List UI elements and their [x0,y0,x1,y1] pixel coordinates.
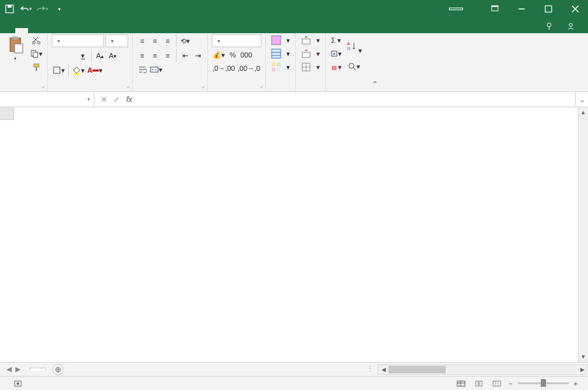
macro-record-icon[interactable] [14,380,22,387]
group-editing: Σ ▾ ▾ ▾ АЯ▾ ▾ .group:nth-child(7) .group… [326,33,367,91]
status-bar: − + [0,376,588,390]
font-color-icon[interactable]: A▾ [87,64,103,76]
align-left-icon[interactable]: ≡ [136,50,148,61]
svg-rect-33 [302,39,310,44]
align-right-icon[interactable]: ≡ [162,50,173,61]
login-button[interactable] [449,8,463,10]
tab-file[interactable] [3,28,15,33]
cell-styles-button[interactable]: ▾ [270,61,291,73]
align-bottom-icon[interactable]: ≡ [162,35,173,47]
tab-help[interactable] [105,28,117,33]
group-cells: ▾ ▾ ▾ .group:nth-child(6) .group-label::… [296,33,326,91]
align-top-icon[interactable]: ≡ [136,35,148,47]
font-size-combo[interactable]: ▾ [105,34,128,47]
insert-cells-button[interactable]: ▾ [300,34,321,46]
decrease-decimal-icon[interactable]: ,00→,0 [237,63,260,74]
scroll-left-icon[interactable]: ◀ [378,366,388,373]
increase-decimal-icon[interactable]: ,0→,00 [212,63,235,74]
svg-rect-38 [332,66,336,70]
tab-home[interactable] [15,28,28,33]
maximize-icon[interactable] [536,0,561,18]
horizontal-scrollbar[interactable]: ◀ ▶ [378,364,588,375]
insert-function-icon[interactable]: fx [126,95,132,104]
expand-formula-bar-icon[interactable]: ⌄ [575,92,588,107]
scroll-right-icon[interactable]: ▶ [577,366,587,373]
find-select-icon[interactable]: ▾ [345,61,363,72]
tab-data[interactable] [66,28,79,33]
format-as-table-button[interactable]: ▾ [270,48,291,59]
paste-button[interactable]: ▾ [4,34,27,63]
currency-icon[interactable]: 💰▾ [212,49,226,61]
page-layout-view-icon[interactable] [473,379,485,389]
share-icon[interactable] [566,22,575,31]
tab-insert[interactable] [28,28,41,33]
sheet-nav-next-icon[interactable]: ▶ [15,365,20,373]
font-name-combo[interactable]: ▾ [52,34,104,47]
scroll-up-icon[interactable]: ▲ [578,107,588,117]
zoom-slider[interactable] [518,382,569,384]
italic-button[interactable] [64,50,76,61]
sheet-tab[interactable] [29,368,46,371]
svg-point-44 [17,382,19,385]
vertical-scrollbar[interactable]: ▲ ▼ [578,107,588,362]
svg-rect-18 [34,64,39,67]
number-format-combo[interactable]: ▾ [212,34,261,47]
format-painter-icon[interactable] [29,61,43,73]
underline-button[interactable]: ▾ [77,50,89,61]
svg-rect-45 [457,381,465,386]
ribbon-options-icon[interactable] [482,0,508,18]
tab-formulas[interactable] [54,28,66,33]
enter-formula-icon[interactable]: ✓ [114,95,120,104]
align-center-icon[interactable]: ≡ [149,50,161,61]
svg-point-10 [570,24,573,27]
cancel-formula-icon[interactable]: ✕ [101,95,107,104]
undo-icon[interactable]: ▾ [20,3,32,15]
tab-page-layout[interactable] [41,28,54,33]
fill-color-icon[interactable]: ▾ [71,64,85,76]
percent-icon[interactable]: % [227,49,239,61]
increase-indent-icon[interactable]: ⇤ [179,50,191,61]
worksheet-grid[interactable]: ▲ ▼ [0,107,588,362]
autosum-icon[interactable]: Σ ▾ [330,34,342,46]
wrap-text-icon[interactable] [136,64,148,75]
group-styles-label [270,89,291,91]
bold-button[interactable] [52,50,63,61]
page-break-view-icon[interactable] [490,379,503,389]
delete-cells-button[interactable]: ▾ [300,48,321,59]
orientation-icon[interactable]: ⟲▾ [179,35,191,47]
scroll-down-icon[interactable]: ▼ [578,352,588,362]
fill-icon[interactable]: ▾ [330,48,342,59]
select-all-corner[interactable] [0,107,14,120]
zoom-in-icon[interactable]: + [574,380,578,387]
cut-icon[interactable] [29,34,43,46]
comma-icon[interactable]: 000 [240,49,253,61]
tab-review[interactable] [79,28,92,33]
align-middle-icon[interactable]: ≡ [149,35,161,47]
tell-me-icon[interactable] [545,22,554,31]
save-icon[interactable] [4,3,15,15]
minimize-icon[interactable] [509,0,534,18]
clear-icon[interactable]: ▾ [330,61,342,73]
collapse-ribbon-icon[interactable]: ⌃ [367,77,383,91]
zoom-out-icon[interactable]: − [508,380,512,387]
ribbon: ▾ ▾ ▾ ▾ ▾ A▴ A▾ ▾ [0,33,588,92]
redo-icon[interactable]: ▾ [37,3,48,15]
name-box[interactable]: ▾ [0,92,94,107]
increase-font-icon[interactable]: A▴ [94,50,106,61]
sheet-nav-prev-icon[interactable]: ◀ [6,365,11,373]
new-sheet-icon[interactable]: ⊕ [52,364,64,375]
qat-customize-icon[interactable]: ▾ [54,3,65,15]
close-icon[interactable] [562,0,588,18]
tab-view[interactable] [92,28,105,33]
conditional-formatting-button[interactable]: ▾ [270,34,291,46]
svg-rect-30 [277,63,281,66]
format-cells-button[interactable]: ▾ [300,61,321,73]
borders-icon[interactable]: ▾ [52,64,66,76]
merge-icon[interactable]: ▾ [149,64,163,75]
copy-icon[interactable]: ▾ [29,48,43,59]
sort-filter-icon[interactable]: АЯ▾ [345,34,363,59]
decrease-font-icon[interactable]: A▾ [107,50,119,61]
decrease-indent-icon[interactable]: ⇥ [192,50,203,61]
formula-bar: ▾ ✕ ✓ fx ⌄ [0,92,588,107]
normal-view-icon[interactable] [455,379,467,389]
